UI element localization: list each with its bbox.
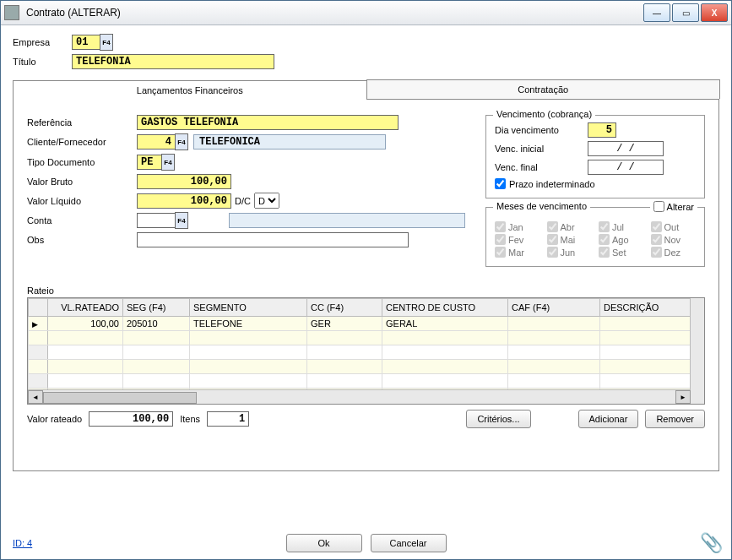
conta-field[interactable] bbox=[137, 213, 176, 228]
mes-mai-checkbox bbox=[547, 234, 558, 245]
right-column: Vencimento (cobrança) Dia vencimento 5 V… bbox=[485, 115, 705, 275]
mes-abr-checkbox bbox=[547, 221, 558, 232]
titulo-field[interactable]: TELEFONIA bbox=[72, 54, 274, 69]
cell-desc[interactable] bbox=[600, 317, 704, 331]
meses-group: Meses de vencimento Alterar Jan Abr Jul … bbox=[485, 207, 705, 267]
obs-label: Obs bbox=[27, 235, 137, 245]
cell-cc[interactable]: GER bbox=[307, 317, 382, 331]
dc-select[interactable]: D bbox=[254, 193, 279, 209]
empresa-field[interactable]: 01 bbox=[72, 35, 100, 50]
tipodoc-f4-button[interactable]: F4 bbox=[161, 154, 175, 171]
mes-jan-checkbox bbox=[495, 221, 506, 232]
vencfinal-label: Venc. final bbox=[495, 162, 588, 172]
itens-label: Itens bbox=[180, 414, 200, 424]
alterar-label: Alterar bbox=[667, 202, 694, 212]
cell-caf[interactable] bbox=[508, 317, 600, 331]
valorbruto-label: Valor Bruto bbox=[27, 177, 137, 187]
tab-lancamentos[interactable]: Lançamentos Financeiros bbox=[13, 80, 367, 100]
mes-jun-checkbox bbox=[547, 247, 558, 258]
mes-fev-label: Fev bbox=[508, 235, 523, 245]
scroll-left-button[interactable]: ◄ bbox=[28, 390, 43, 404]
mes-mar-label: Mar bbox=[508, 247, 524, 258]
cliente-nome-display: TELEFONICA bbox=[193, 134, 386, 150]
criterios-button[interactable]: Critérios... bbox=[466, 410, 530, 428]
mes-jul-checkbox bbox=[599, 221, 610, 232]
vencimento-group: Vencimento (cobrança) Dia vencimento 5 V… bbox=[485, 115, 705, 198]
footer: ID: 4 Ok Cancelar 📎 bbox=[1, 534, 731, 552]
cell-vl[interactable]: 100,00 bbox=[48, 317, 123, 331]
mes-jul-label: Jul bbox=[612, 222, 624, 232]
valorliquido-field[interactable]: 100,00 bbox=[137, 193, 231, 209]
grid-vertical-scrollbar[interactable] bbox=[690, 298, 704, 404]
cell-centro[interactable]: GERAL bbox=[382, 317, 508, 331]
mes-dez-label: Dez bbox=[664, 247, 681, 258]
cancelar-button[interactable]: Cancelar bbox=[371, 534, 447, 552]
mes-out-checkbox bbox=[651, 221, 662, 232]
remover-button[interactable]: Remover bbox=[645, 410, 705, 428]
close-button[interactable]: X bbox=[701, 3, 728, 22]
minimize-button[interactable]: — bbox=[643, 3, 670, 22]
tipodoc-field[interactable]: PE bbox=[137, 155, 162, 170]
cell-segmento[interactable]: TELEFONE bbox=[190, 317, 307, 331]
id-link[interactable]: ID: 4 bbox=[13, 538, 32, 548]
mes-jan-label: Jan bbox=[508, 222, 523, 232]
prazo-indeterminado-label: Prazo indeterminado bbox=[509, 179, 595, 189]
col-segmento[interactable]: SEGMENTO bbox=[190, 299, 307, 317]
app-icon bbox=[4, 5, 19, 20]
diavenc-field[interactable]: 5 bbox=[588, 122, 616, 138]
vencinicial-field[interactable]: / / bbox=[588, 141, 664, 156]
valorbruto-field[interactable]: 100,00 bbox=[137, 174, 231, 189]
alterar-checkbox[interactable] bbox=[653, 201, 664, 212]
mes-jun-label: Jun bbox=[561, 247, 576, 258]
obs-field[interactable] bbox=[137, 232, 409, 247]
tabs: Lançamentos Financeiros Contratação bbox=[13, 79, 719, 100]
window: Contrato (ALTERAR) — ▭ X Empresa 01 F4 T… bbox=[0, 0, 732, 560]
window-body: Empresa 01 F4 Título TELEFONIA Lançament… bbox=[1, 25, 731, 480]
scroll-right-button[interactable]: ► bbox=[675, 390, 691, 404]
rateio-label: Rateio bbox=[27, 285, 705, 296]
col-seg[interactable]: SEG (F4) bbox=[123, 299, 190, 317]
cliente-f4-button[interactable]: F4 bbox=[175, 133, 188, 150]
mes-out-label: Out bbox=[664, 222, 680, 232]
titlebar: Contrato (ALTERAR) — ▭ X bbox=[1, 1, 731, 25]
valor-rateado-label: Valor rateado bbox=[27, 414, 82, 424]
vencfinal-field[interactable]: / / bbox=[588, 160, 664, 175]
conta-desc-display bbox=[229, 213, 465, 228]
mes-set-checkbox bbox=[599, 247, 610, 258]
months-grid: Jan Abr Jul Out Fev Mai Ago Nov Mar Jun … bbox=[495, 221, 696, 258]
referencia-field[interactable]: GASTOS TELEFONIA bbox=[137, 115, 399, 130]
prazo-indeterminado-checkbox[interactable] bbox=[495, 178, 506, 189]
table-row[interactable]: ▶ 100,00 205010 TELEFONE GER GERAL bbox=[29, 317, 704, 331]
grid-horizontal-scrollbar[interactable]: ◄ ► bbox=[28, 389, 691, 404]
conta-label: Conta bbox=[27, 215, 137, 226]
empresa-f4-button[interactable]: F4 bbox=[100, 34, 113, 51]
mes-fev-checkbox bbox=[495, 234, 506, 245]
tab-pane: Referência GASTOS TELEFONIA Cliente/Forn… bbox=[13, 100, 719, 471]
adicionar-button[interactable]: Adicionar bbox=[578, 410, 639, 428]
mes-nov-checkbox bbox=[651, 234, 662, 245]
cliente-label: Cliente/Fornecedor bbox=[27, 137, 137, 147]
cliente-code-field[interactable]: 4 bbox=[137, 134, 176, 150]
rateio-grid[interactable]: VL.RATEADO SEG (F4) SEGMENTO CC (F4) CEN… bbox=[27, 297, 705, 405]
empresa-label: Empresa bbox=[13, 37, 72, 47]
tab-contratacao[interactable]: Contratação bbox=[366, 79, 721, 99]
col-caf[interactable]: CAF (F4) bbox=[508, 299, 600, 317]
col-centro[interactable]: CENTRO DE CUSTO bbox=[382, 299, 508, 317]
tipodoc-label: Tipo Documento bbox=[27, 157, 137, 167]
meses-legend: Meses de vencimento bbox=[493, 201, 590, 211]
col-cc[interactable]: CC (F4) bbox=[307, 299, 382, 317]
col-desc[interactable]: DESCRIÇÃO bbox=[600, 299, 704, 317]
conta-f4-button[interactable]: F4 bbox=[175, 212, 188, 229]
scroll-thumb[interactable] bbox=[43, 392, 197, 404]
maximize-button[interactable]: ▭ bbox=[672, 3, 699, 22]
row-pointer-icon: ▶ bbox=[32, 320, 38, 329]
mes-dez-checkbox bbox=[651, 247, 662, 258]
mes-ago-checkbox bbox=[599, 234, 610, 245]
ok-button[interactable]: Ok bbox=[286, 534, 362, 552]
vencinicial-label: Venc. inicial bbox=[495, 144, 588, 154]
col-vlrateado[interactable]: VL.RATEADO bbox=[48, 299, 123, 317]
attachment-icon[interactable]: 📎 bbox=[700, 532, 723, 554]
window-title: Contrato (ALTERAR) bbox=[23, 7, 642, 19]
vencimento-legend: Vencimento (cobrança) bbox=[493, 109, 595, 119]
cell-seg[interactable]: 205010 bbox=[123, 317, 190, 331]
